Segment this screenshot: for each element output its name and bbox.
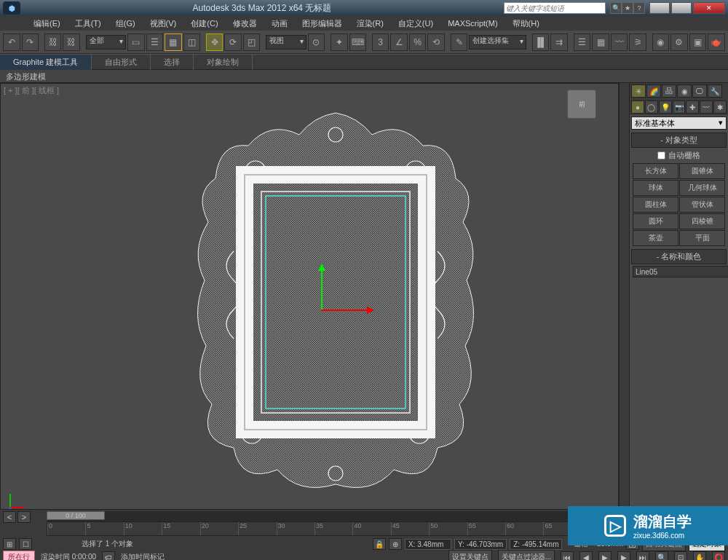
close-button[interactable]: ✕ (693, 2, 725, 14)
create-tab[interactable]: ✳ (631, 84, 646, 98)
utilities-tab[interactable]: 🔧 (708, 84, 722, 98)
ribbon-tab-selection[interactable]: 选择 (151, 55, 194, 70)
menu-modifiers[interactable]: 修改器 (226, 17, 264, 31)
spinner-snap-button[interactable]: ⟲ (427, 33, 445, 51)
viewcube[interactable]: 前 (567, 90, 596, 119)
plane-button[interactable]: 平面 (679, 230, 725, 246)
name-color-header[interactable]: - 名称和颜色 (631, 249, 727, 264)
motion-tab[interactable]: ◉ (677, 84, 692, 98)
schematic-view-button[interactable]: ⚞ (629, 33, 646, 51)
sphere-button[interactable]: 球体 (633, 180, 678, 196)
cameras-subtab[interactable]: 📷 (673, 100, 686, 114)
viewport-front[interactable]: [ + ][ 前 ][ 线框 ] 前 (0, 83, 619, 524)
shapes-subtab[interactable]: ◯ (645, 100, 658, 114)
link-button[interactable]: ⛓ (44, 33, 62, 51)
goto-end-button[interactable]: ⏭ (636, 551, 649, 560)
layer-manager-button[interactable]: ☰ (574, 33, 591, 51)
menu-tools[interactable]: 工具(T) (68, 17, 108, 31)
z-coord-input[interactable]: Z: -495.14mm (510, 539, 562, 550)
select-by-name-button[interactable]: ☰ (146, 33, 164, 51)
object-type-header[interactable]: - 对象类型 (631, 133, 727, 148)
set-key-button[interactable]: 设置关键点 (448, 550, 492, 560)
time-slider-track[interactable]: 0 / 100 (47, 511, 582, 521)
percent-snap-button[interactable]: % (409, 33, 427, 51)
pyramid-button[interactable]: 四棱锥 (679, 213, 725, 229)
select-move-button[interactable]: ✥ (206, 33, 223, 51)
minimize-button[interactable]: — (649, 2, 670, 14)
selection-filter-dropdown[interactable]: 全部 (86, 35, 126, 50)
menu-rendering[interactable]: 渲染(R) (349, 17, 391, 31)
ribbon-tab-object-paint[interactable]: 对象绘制 (194, 55, 253, 70)
nav-pan-button[interactable]: ✋ (693, 551, 706, 560)
timeline-ruler[interactable]: 0 5 10 15 20 25 30 35 40 45 50 55 60 65 (47, 521, 582, 536)
select-object-button[interactable]: ▭ (127, 33, 145, 51)
rectangular-region-button[interactable]: ▦ (165, 33, 182, 51)
timeline-config-button[interactable]: < (3, 511, 16, 523)
display-tab[interactable]: 🖵 (692, 84, 707, 98)
object-name-input[interactable] (633, 266, 728, 277)
manipulate-button[interactable]: ✦ (331, 33, 348, 51)
torus-button[interactable]: 圆环 (633, 213, 678, 229)
nav-zoom-button[interactable]: 🔍 (655, 551, 668, 560)
teapot-button[interactable]: 茶壶 (633, 230, 678, 246)
autogrid-checkbox[interactable] (657, 151, 665, 159)
box-button[interactable]: 长方体 (633, 163, 678, 179)
time-tag-icon[interactable]: 🏷 (102, 551, 115, 560)
help-icon[interactable]: ? (633, 2, 645, 14)
unlink-button[interactable]: ⛓ (63, 33, 80, 51)
prompt-line-button[interactable]: 所在行 (3, 551, 35, 560)
isolate-button[interactable]: ☐ (19, 538, 32, 550)
abs-transform-button[interactable]: ⊕ (389, 538, 402, 550)
lights-subtab[interactable]: 💡 (659, 100, 672, 114)
y-coord-input[interactable]: Y: -46.703mm (454, 539, 507, 550)
menu-edit[interactable]: 编辑(E) (26, 17, 68, 31)
x-coord-input[interactable]: X: 3.48mm (405, 539, 451, 550)
nav-zoom-all-button[interactable]: ⊡ (674, 551, 687, 560)
gizmo-y-axis-icon[interactable] (321, 266, 323, 309)
menu-group[interactable]: 组(G) (108, 17, 143, 31)
select-rotate-button[interactable]: ⟳ (224, 33, 242, 51)
cone-button[interactable]: 圆锥体 (679, 163, 725, 179)
geometry-category-dropdown[interactable]: 标准基本体 (631, 117, 727, 130)
redo-button[interactable]: ↷ (22, 33, 39, 51)
viewport-label[interactable]: [ + ][ 前 ][ 线框 ] (4, 85, 59, 96)
star-icon[interactable]: ★ (622, 2, 633, 14)
graphite-toolbar-button[interactable]: ▦ (592, 33, 609, 51)
tube-button[interactable]: 管状体 (679, 197, 725, 213)
use-pivot-center-button[interactable]: ⊙ (308, 33, 325, 51)
helpers-subtab[interactable]: ✚ (686, 100, 699, 114)
lock-selection-button[interactable]: ⊞ (3, 538, 16, 550)
menu-maxscript[interactable]: MAXScript(M) (440, 17, 505, 29)
menu-graph-editors[interactable]: 图形编辑器 (295, 17, 349, 31)
app-icon[interactable]: ⬢ (3, 1, 20, 15)
help-search-input[interactable] (504, 2, 606, 14)
gizmo-x-axis-icon[interactable] (321, 309, 372, 311)
time-slider-handle[interactable]: 0 / 100 (47, 511, 105, 520)
render-production-button[interactable]: 🫖 (708, 33, 725, 51)
menu-customize[interactable]: 自定义(U) (391, 17, 440, 31)
undo-button[interactable]: ↶ (3, 33, 20, 51)
ref-coord-dropdown[interactable]: 视图 (266, 35, 306, 50)
search-icon[interactable]: 🔍 (610, 2, 622, 14)
lock-icon[interactable]: 🔒 (373, 538, 386, 550)
systems-subtab[interactable]: ✱ (713, 100, 727, 114)
window-crossing-button[interactable]: ◫ (183, 33, 201, 51)
key-filters-button[interactable]: 关键点过滤器... (498, 550, 555, 560)
spacewarp-subtab[interactable]: 〰 (700, 100, 713, 114)
align-button[interactable]: ⇉ (550, 33, 568, 51)
add-time-tag-label[interactable]: 添加时间标记 (121, 552, 165, 560)
keyboard-shortcut-button[interactable]: ⌨ (349, 33, 367, 51)
mirror-button[interactable]: ▐▌ (532, 33, 550, 51)
nav-orbit-button[interactable]: ⭕ (712, 551, 725, 560)
angle-snap-button[interactable]: ∠ (390, 33, 408, 51)
select-scale-button[interactable]: ◰ (243, 33, 261, 51)
snap-toggle-button[interactable]: 3 (372, 33, 389, 51)
menu-help[interactable]: 帮助(H) (505, 17, 547, 31)
material-editor-button[interactable]: ◉ (652, 33, 670, 51)
maximize-button[interactable]: ☐ (671, 2, 692, 14)
play-button[interactable]: ▶ (598, 551, 612, 560)
ribbon-tab-freeform[interactable]: 自由形式 (92, 55, 151, 70)
timeline-config-button-2[interactable]: > (17, 511, 31, 523)
ribbon-panel-poly[interactable]: 多边形建模 (0, 70, 728, 83)
modify-tab[interactable]: 🌈 (646, 84, 661, 98)
